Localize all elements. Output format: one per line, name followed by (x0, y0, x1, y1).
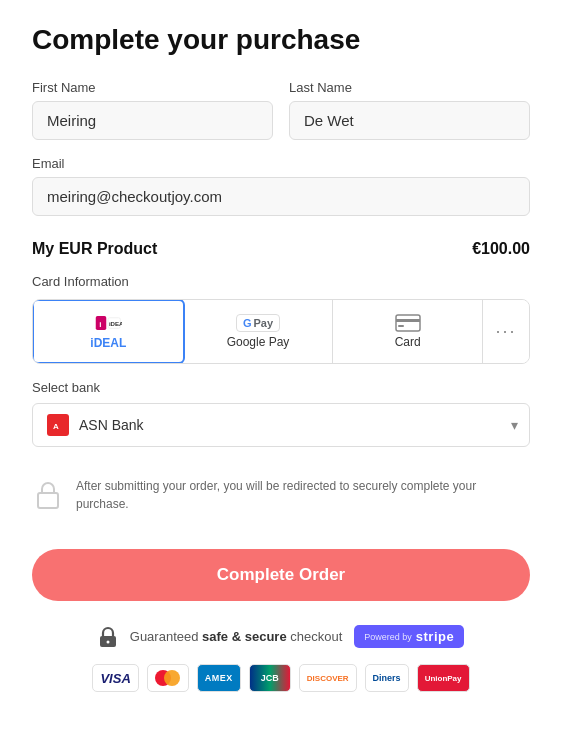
first-name-input[interactable] (32, 101, 273, 140)
mastercard-logo (147, 664, 189, 692)
stripe-badge: Powered by stripe (354, 625, 464, 648)
ideal-icon: i iDEAL (94, 313, 122, 333)
first-name-label: First Name (32, 80, 273, 95)
lock-icon (98, 626, 118, 648)
payment-options: i iDEAL iDEAL GPay Google Pay Card ··· (32, 299, 530, 364)
chevron-down-icon: ▾ (511, 417, 518, 433)
redirect-text: After submitting your order, you will be… (76, 477, 530, 513)
product-name: My EUR Product (32, 240, 157, 258)
product-price: €100.00 (472, 240, 530, 258)
gpay-badge: GPay (236, 314, 280, 332)
last-name-input[interactable] (289, 101, 530, 140)
ideal-label: iDEAL (90, 336, 126, 350)
diners-logo: Diners (365, 664, 409, 692)
stripe-name: stripe (416, 629, 454, 644)
svg-text:iDEAL: iDEAL (109, 320, 122, 327)
card-logos-row: VISA AMEX JCB DISCOVER Diners UnionPay (32, 664, 530, 692)
bank-select-wrapper: A ASN Bank ▾ (32, 403, 530, 447)
name-row: First Name Last Name (32, 80, 530, 140)
payment-option-googlepay[interactable]: GPay Google Pay (184, 300, 334, 363)
payment-option-ideal[interactable]: i iDEAL iDEAL (32, 299, 185, 364)
first-name-group: First Name (32, 80, 273, 140)
payment-option-more[interactable]: ··· (483, 300, 529, 363)
product-row: My EUR Product €100.00 (32, 240, 530, 258)
asn-bank-icon: A (47, 414, 69, 436)
googlepay-label: Google Pay (227, 335, 290, 349)
select-bank-label: Select bank (32, 380, 530, 395)
last-name-group: Last Name (289, 80, 530, 140)
last-name-label: Last Name (289, 80, 530, 95)
amex-logo: AMEX (197, 664, 241, 692)
redirect-notice: After submitting your order, you will be… (32, 463, 530, 529)
card-icon (395, 314, 421, 332)
secure-checkout-row: Guaranteed safe & secure checkout Powere… (32, 625, 530, 648)
more-options-icon: ··· (496, 321, 517, 342)
svg-rect-6 (396, 319, 420, 322)
page-title: Complete your purchase (32, 24, 530, 56)
svg-text:A: A (53, 422, 59, 431)
email-label: Email (32, 156, 530, 171)
card-info-label: Card Information (32, 274, 530, 289)
svg-rect-7 (398, 325, 404, 327)
complete-order-button[interactable]: Complete Order (32, 549, 530, 601)
redirect-icon (32, 479, 64, 515)
svg-text:i: i (100, 320, 102, 329)
selected-bank-name: ASN Bank (79, 417, 144, 433)
svg-rect-9 (38, 493, 58, 508)
email-group: Email (32, 156, 530, 216)
visa-logo: VISA (92, 664, 138, 692)
powered-by-text: Powered by (364, 632, 412, 642)
svg-point-11 (106, 640, 109, 643)
discover-logo: DISCOVER (299, 664, 357, 692)
secure-text: Guaranteed safe & secure checkout (130, 629, 343, 644)
svg-rect-5 (396, 315, 420, 331)
bank-select-dropdown[interactable]: A ASN Bank (32, 403, 530, 447)
card-label: Card (395, 335, 421, 349)
payment-option-card[interactable]: Card (333, 300, 483, 363)
unionpay-logo: UnionPay (417, 664, 470, 692)
jcb-logo: JCB (249, 664, 291, 692)
email-input[interactable] (32, 177, 530, 216)
